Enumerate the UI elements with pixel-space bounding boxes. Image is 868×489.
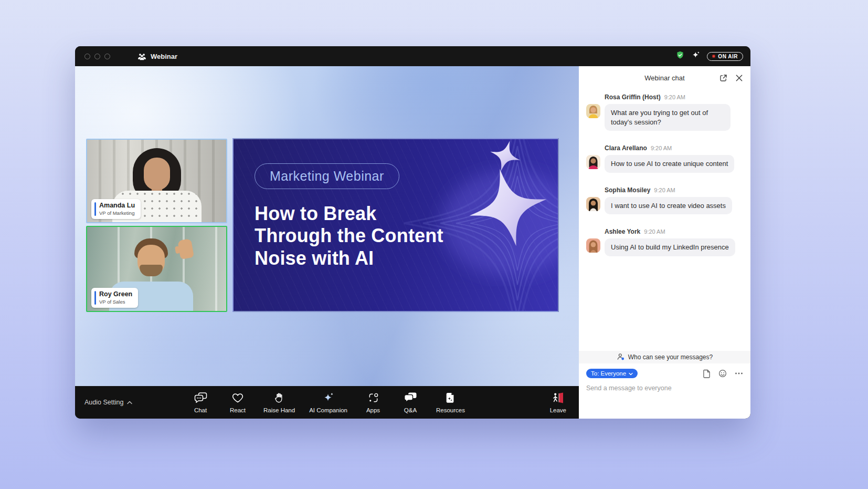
- speaker-video-amanda[interactable]: Amanda Lu VP of Marketing: [86, 139, 227, 223]
- message-time: 9:20 AM: [644, 228, 665, 235]
- message-time: 9:20 AM: [654, 187, 675, 193]
- meeting-toolbar: Audio Setting C: [75, 386, 579, 419]
- on-air-dot-icon: [712, 55, 715, 58]
- raised-hand-icon: [273, 391, 285, 404]
- window-control-maximize[interactable]: [104, 54, 110, 59]
- message-sender: Sophia Mosiley: [605, 186, 650, 194]
- audio-setting-button[interactable]: Audio Setting: [84, 399, 132, 406]
- avatar: [586, 104, 600, 118]
- name-tag-roy: Roy Green VP of Sales: [91, 288, 138, 308]
- avatar: [586, 155, 600, 169]
- titlebar-right: ON AIR: [675, 50, 743, 62]
- recipient-selector[interactable]: To: Everyone: [586, 369, 638, 378]
- titlebar: Webinar ON AIR: [75, 46, 750, 66]
- pop-out-icon[interactable]: [719, 74, 728, 82]
- webinar-people-icon: [137, 53, 146, 60]
- avatar: [586, 238, 600, 253]
- apps-icon: [367, 391, 379, 404]
- qa-button[interactable]: Q&A: [399, 391, 422, 413]
- close-icon[interactable]: [735, 74, 743, 82]
- message-time: 9:20 AM: [651, 145, 672, 151]
- person-privacy-icon: [617, 352, 625, 362]
- message-bubble: I want to use AI to create video assets: [605, 197, 732, 215]
- window-controls: [84, 54, 110, 59]
- compose-row: To: Everyone: [579, 363, 750, 378]
- leave-button[interactable]: Leave: [550, 392, 566, 413]
- message-sender: Rosa Griffin (Host): [605, 93, 661, 101]
- emoji-icon[interactable]: [718, 369, 727, 378]
- message-input[interactable]: [586, 384, 743, 392]
- qa-bubbles-icon: [404, 391, 417, 404]
- chat-message: Rosa Griffin (Host)9:20 AM What are you …: [586, 93, 742, 131]
- chevron-up-icon: [127, 399, 132, 406]
- chat-message: Clara Arellano9:20 AM How to use AI to c…: [586, 144, 742, 173]
- react-button[interactable]: React: [226, 391, 249, 413]
- toolbar-buttons: Chat React: [189, 391, 465, 413]
- more-options-icon[interactable]: [735, 372, 743, 375]
- message-time: 9:20 AM: [664, 94, 685, 100]
- slide-headline: How to Break Through the Content Noise w…: [255, 203, 558, 269]
- heart-icon: [231, 391, 244, 404]
- chat-bubbles-icon: [194, 391, 208, 404]
- avatar: [586, 197, 600, 211]
- message-bubble: What are you trying to get out of today'…: [605, 104, 731, 131]
- app-title: Webinar: [151, 53, 177, 60]
- message-sender: Ashlee York: [605, 228, 640, 235]
- webinar-chat-panel: Webinar chat Rosa Griffin (Host)9:20 AM: [579, 66, 750, 419]
- slide-badge: Marketing Webinar: [255, 163, 399, 189]
- window-control-close[interactable]: [84, 54, 90, 59]
- chat-message: Ashlee York9:20 AM Using AI to build my …: [586, 228, 742, 256]
- chat-message: Sophia Mosiley9:20 AM I want to use AI t…: [586, 186, 742, 215]
- resources-button[interactable]: Resources: [436, 391, 465, 413]
- window-control-minimize[interactable]: [94, 54, 100, 59]
- chevron-down-icon: [629, 370, 633, 377]
- leave-door-icon: [551, 392, 565, 404]
- message-sender: Clara Arellano: [605, 144, 647, 152]
- chat-header: Webinar chat: [579, 66, 750, 89]
- attach-file-icon[interactable]: [703, 369, 711, 378]
- speaker-video-roy[interactable]: Roy Green VP of Sales: [86, 226, 227, 312]
- chat-bottom-space: [579, 392, 750, 419]
- message-bubble: Using AI to build my LinkedIn presence: [605, 238, 735, 256]
- message-input-row: [579, 378, 750, 392]
- chat-message-list: Rosa Griffin (Host)9:20 AM What are you …: [579, 89, 750, 351]
- privacy-notice-link[interactable]: Who can see your messages?: [579, 351, 750, 363]
- presentation-slide: Marketing Webinar How to Break Through t…: [232, 138, 559, 312]
- webinar-window: Webinar ON AIR: [75, 46, 750, 419]
- document-sparkle-icon: [444, 391, 456, 404]
- ai-companion-titlebar-icon[interactable]: [691, 50, 701, 62]
- ai-companion-button[interactable]: AI Companion: [309, 391, 347, 413]
- video-stage: Amanda Lu VP of Marketing Roy Green VP o…: [75, 66, 579, 386]
- chat-button[interactable]: Chat: [189, 391, 212, 413]
- apps-button[interactable]: Apps: [362, 391, 385, 413]
- title-group: Webinar: [137, 53, 177, 60]
- security-shield-icon[interactable]: [675, 50, 685, 62]
- raise-hand-button[interactable]: Raise Hand: [263, 391, 295, 413]
- ai-sparkle-icon: [322, 391, 335, 404]
- message-bubble: How to use AI to create unique content: [605, 155, 734, 173]
- name-tag-amanda: Amanda Lu VP of Marketing: [91, 199, 141, 219]
- chat-title: Webinar chat: [644, 74, 684, 82]
- on-air-badge: ON AIR: [707, 52, 743, 61]
